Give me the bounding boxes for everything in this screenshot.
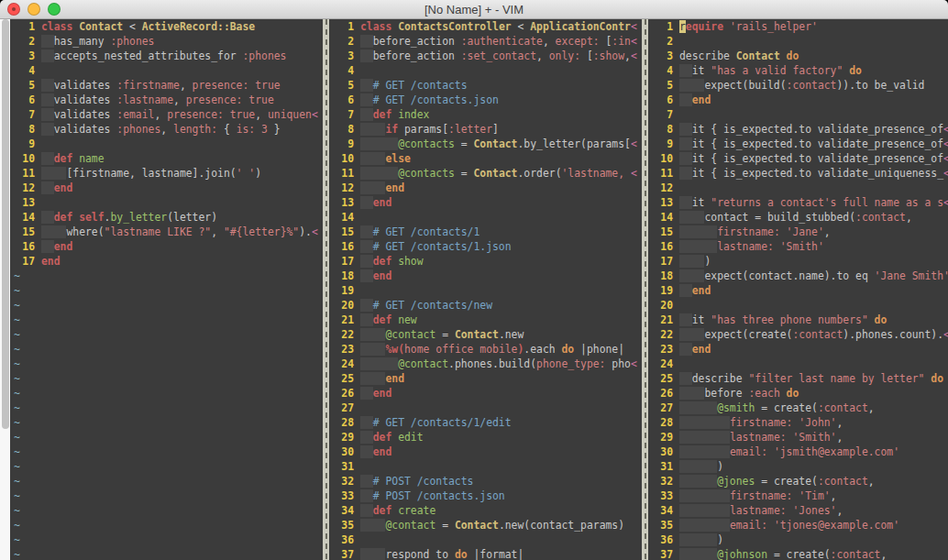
code-line[interactable]: 2 has_many :phones — [10, 34, 323, 49]
code-line[interactable]: 31 ) — [648, 459, 948, 474]
code-line[interactable]: 28 # GET /contacts/1/edit — [329, 415, 642, 430]
code-line[interactable]: 37 respond_to do |format| — [329, 547, 642, 560]
code-line[interactable]: 17end — [10, 254, 323, 269]
code-line[interactable]: 24 @contact.phones.build(phone_type: pho… — [329, 357, 642, 371]
code-line[interactable]: 18 end — [329, 269, 642, 283]
code-line[interactable]: 5 validates :firstname, presence: true — [10, 78, 323, 93]
code-line[interactable]: 23 %w(home office mobile).each do |phone… — [329, 342, 642, 357]
code-line[interactable]: 33 # POST /contacts.json — [329, 489, 642, 503]
code-line[interactable]: 4 — [10, 63, 323, 78]
code-line[interactable]: 18 expect(contact.name).to eq 'Jane Smit… — [648, 269, 948, 283]
code-line[interactable]: 24 — [648, 357, 948, 371]
code-line[interactable]: 13 it "returns a contact's full name as … — [648, 195, 948, 210]
code-line[interactable]: 9 @contacts = Contact.by_letter(params[< — [329, 137, 642, 151]
code-line[interactable]: 6 # GET /contacts.json — [329, 93, 642, 107]
code-line[interactable]: 36 — [329, 533, 642, 547]
code-line[interactable]: 15 # GET /contacts/1 — [329, 225, 642, 239]
code-line[interactable]: 21 it "has three phone numbers" do — [648, 313, 948, 327]
code-line[interactable]: 7 — [648, 107, 948, 122]
code-line[interactable]: 5 expect(build(:contact)).to be_valid — [648, 78, 948, 93]
code-line[interactable]: 27 @smith = create(:contact, — [648, 401, 948, 415]
code-line[interactable]: 4 it "has a valid factory" do — [648, 63, 948, 78]
code-line[interactable]: 1class Contact < ActiveRecord::Base — [10, 19, 323, 34]
code-line[interactable]: 30 email: 'jsmith@example.com' — [648, 445, 948, 459]
code-line[interactable]: 5 # GET /contacts — [329, 78, 642, 93]
scrollbar-thumb[interactable] — [2, 19, 9, 429]
code-line[interactable]: 7 validates :email, presence: true, uniq… — [10, 107, 323, 122]
code-line[interactable]: 37 @johnson = create(:contact, — [648, 547, 948, 560]
split-separator[interactable] — [323, 19, 329, 560]
code-line[interactable]: 13 end — [329, 195, 642, 210]
code-line[interactable]: 10 else — [329, 151, 642, 166]
split-separator[interactable] — [642, 19, 648, 560]
code-line[interactable]: 10 def name — [10, 151, 323, 166]
scrollbar-track[interactable] — [0, 19, 10, 560]
code-line[interactable]: 14 def self.by_letter(letter) — [10, 210, 323, 225]
code-line[interactable]: 11 it { is_expected.to validate_uniquene… — [648, 166, 948, 181]
code-line[interactable]: 31 — [329, 459, 642, 474]
code-line[interactable]: 25 end — [329, 371, 642, 386]
code-text: it "has a valid factory" do — [679, 63, 862, 78]
code-line[interactable]: 16 # GET /contacts/1.json — [329, 239, 642, 254]
code-line[interactable]: 36 ) — [648, 533, 948, 547]
code-line[interactable]: 8 if params[:letter] — [329, 122, 642, 137]
code-line[interactable]: 32 # POST /contacts — [329, 474, 642, 489]
code-line[interactable]: 1require 'rails_helper' — [648, 19, 948, 34]
code-line[interactable]: 7 def index — [329, 107, 642, 122]
code-line[interactable]: 20 # GET /contacts/new — [329, 298, 642, 313]
code-line[interactable]: 33 firstname: 'Tim', — [648, 489, 948, 503]
code-line[interactable]: 2 — [648, 34, 948, 49]
code-line[interactable]: 3 before_action :set_contact, only: [:sh… — [329, 49, 642, 63]
code-line[interactable]: 4 — [329, 63, 642, 78]
code-line[interactable]: 20 — [648, 298, 948, 313]
code-line[interactable]: 23 end — [648, 342, 948, 357]
code-line[interactable]: 12 end — [10, 181, 323, 195]
code-line[interactable]: 30 end — [329, 445, 642, 459]
code-line[interactable]: 8 it { is_expected.to validate_presence_… — [648, 122, 948, 137]
code-line[interactable]: 11 @contacts = Contact.order('lastname, … — [329, 166, 642, 181]
code-line[interactable]: 21 def new — [329, 313, 642, 327]
code-line[interactable]: 10 it { is_expected.to validate_presence… — [648, 151, 948, 166]
code-line[interactable]: 15 where("lastname LIKE ?", "#{letter}%"… — [10, 225, 323, 239]
code-line[interactable]: 16 lastname: 'Smith' — [648, 239, 948, 254]
code-line[interactable]: 2 before_action :authenticate, except: [… — [329, 34, 642, 49]
code-line[interactable]: 13 — [10, 195, 323, 210]
code-line[interactable]: 32 @jones = create(:contact, — [648, 474, 948, 489]
code-line[interactable]: 29 lastname: 'Smith', — [648, 430, 948, 445]
code-line[interactable]: 9 it { is_expected.to validate_presence_… — [648, 137, 948, 151]
code-line[interactable]: 28 firstname: 'John', — [648, 415, 948, 430]
code-line[interactable]: 11 [firstname, lastname].join(' ') — [10, 166, 323, 181]
code-line[interactable]: 25 describe "filter last name by letter"… — [648, 371, 948, 386]
code-line[interactable]: 3 accepts_nested_attributes_for :phones — [10, 49, 323, 63]
code-line[interactable]: 26 before :each do — [648, 386, 948, 401]
code-line[interactable]: 26 end — [329, 386, 642, 401]
code-line[interactable]: 12 end — [329, 181, 642, 195]
code-line[interactable]: 6 end — [648, 93, 948, 107]
title-bar[interactable]: [No Name] + - VIM — [0, 0, 948, 19]
code-line[interactable]: 34 def create — [329, 503, 642, 518]
editor-pane-contact-model[interactable]: 1class Contact < ActiveRecord::Base2 has… — [10, 19, 323, 560]
code-line[interactable]: 14 — [329, 210, 642, 225]
editor-pane-contacts-controller[interactable]: 1class ContactsController < ApplicationC… — [329, 19, 642, 560]
code-line[interactable]: 19 — [329, 283, 642, 298]
code-line[interactable]: 14 contact = build_stubbed(:contact, — [648, 210, 948, 225]
code-line[interactable]: 1class ContactsController < ApplicationC… — [329, 19, 642, 34]
code-line[interactable]: 3describe Contact do — [648, 49, 948, 63]
code-line[interactable]: 34 lastname: 'Jones', — [648, 503, 948, 518]
code-line[interactable]: 12 — [648, 181, 948, 195]
code-line[interactable]: 17 ) — [648, 254, 948, 269]
code-line[interactable]: 6 validates :lastname, presence: true — [10, 93, 323, 107]
code-line[interactable]: 29 def edit — [329, 430, 642, 445]
code-line[interactable]: 27 — [329, 401, 642, 415]
code-line[interactable]: 8 validates :phones, length: { is: 3 } — [10, 122, 323, 137]
code-line[interactable]: 22 @contact = Contact.new — [329, 327, 642, 342]
code-line[interactable]: 16 end — [10, 239, 323, 254]
code-line[interactable]: 17 def show — [329, 254, 642, 269]
code-line[interactable]: 35 @contact = Contact.new(contact_params… — [329, 518, 642, 533]
editor-pane-contact-spec[interactable]: 1require 'rails_helper'23describe Contac… — [648, 19, 948, 560]
code-line[interactable]: 15 firstname: 'Jane', — [648, 225, 948, 239]
code-line[interactable]: 22 expect(create(:contact).phones.count)… — [648, 327, 948, 342]
code-line[interactable]: 35 email: 'tjones@example.com' — [648, 518, 948, 533]
code-line[interactable]: 9 — [10, 137, 323, 151]
code-line[interactable]: 19 end — [648, 283, 948, 298]
